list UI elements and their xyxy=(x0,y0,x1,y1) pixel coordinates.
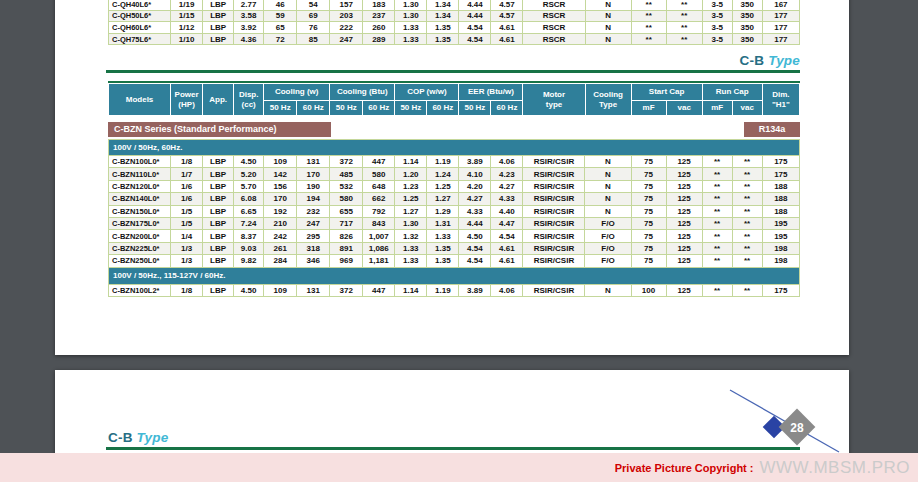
value-cell: 1/5 xyxy=(171,217,203,229)
value-cell: 142 xyxy=(264,168,297,180)
value-cell: 1.33 xyxy=(427,230,459,242)
col-mf: mF xyxy=(631,101,666,116)
value-cell: 75 xyxy=(631,180,666,192)
value-cell: N xyxy=(585,205,631,217)
value-cell: LBP xyxy=(203,205,234,217)
value-cell: 372 xyxy=(330,284,363,296)
value-cell: 1.33 xyxy=(395,33,427,45)
value-cell: 4.61 xyxy=(491,22,523,34)
value-cell: 1.30 xyxy=(395,0,427,10)
col-disp: Disp.(cc) xyxy=(234,84,264,116)
value-cell: ** xyxy=(702,242,732,254)
value-cell: 532 xyxy=(330,180,363,192)
col-dim: Dim."H1" xyxy=(762,84,799,116)
value-cell: 198 xyxy=(762,255,799,267)
value-cell: 175 xyxy=(762,284,799,296)
value-cell: 6.08 xyxy=(234,193,264,205)
col-60hz: 60 Hz xyxy=(491,101,523,116)
value-cell: 3-5 xyxy=(702,10,732,22)
value-cell: LBP xyxy=(203,10,234,22)
value-cell: N xyxy=(585,156,631,168)
value-cell: 125 xyxy=(666,242,702,254)
value-cell: 4.50 xyxy=(459,230,491,242)
col-start-cap: Start Cap xyxy=(631,84,702,101)
value-cell: 109 xyxy=(264,284,297,296)
value-cell: 3-5 xyxy=(702,22,732,34)
value-cell: 222 xyxy=(330,22,363,34)
value-cell: 4.44 xyxy=(459,217,491,229)
value-cell: N xyxy=(585,0,631,10)
value-cell: 177 xyxy=(762,10,799,22)
value-cell: N xyxy=(585,180,631,192)
value-cell: F/O xyxy=(585,217,631,229)
value-cell: 3-5 xyxy=(702,33,732,45)
value-cell: 1.31 xyxy=(427,217,459,229)
col-cop: COP (w/w) xyxy=(395,84,459,101)
value-cell: 75 xyxy=(631,255,666,267)
table-row: C-BZN140L0*1/6LBP6.081701945806621.251.2… xyxy=(109,193,800,205)
value-cell: 72 xyxy=(264,33,297,45)
value-cell: 346 xyxy=(297,255,330,267)
col-50hz: 50 Hz xyxy=(330,101,363,116)
value-cell: 5.70 xyxy=(234,180,264,192)
value-cell: ** xyxy=(732,217,762,229)
col-60hz: 60 Hz xyxy=(427,101,459,116)
model-cell: C-BZN100L2* xyxy=(109,284,171,296)
model-cell: C-QH60L6* xyxy=(109,22,171,34)
value-cell: LBP xyxy=(203,230,234,242)
col-vac: vac xyxy=(666,101,702,116)
value-cell: 3.89 xyxy=(459,156,491,168)
col-models: Models xyxy=(109,84,171,116)
document-viewer: C-QH40L6*1/19LBP2.7746541571831.301.344.… xyxy=(0,0,918,482)
value-cell: 1/3 xyxy=(171,255,203,267)
copyright-label: Private Picture Copyright : xyxy=(615,462,754,474)
col-mf: mF xyxy=(702,101,732,116)
value-cell: LBP xyxy=(203,22,234,34)
value-cell: 177 xyxy=(762,33,799,45)
value-cell: ** xyxy=(666,22,702,34)
value-cell: RSCR xyxy=(523,22,585,34)
value-cell: 6.65 xyxy=(234,205,264,217)
value-cell: 237 xyxy=(363,10,395,22)
value-cell: 1/19 xyxy=(171,0,203,10)
value-cell: RSCR xyxy=(523,33,585,45)
value-cell: 1/5 xyxy=(171,205,203,217)
value-cell: 580 xyxy=(363,168,395,180)
value-cell: 5.20 xyxy=(234,168,264,180)
value-cell: 4.54 xyxy=(459,242,491,254)
value-cell: LBP xyxy=(203,284,234,296)
value-cell: ** xyxy=(666,0,702,10)
table-row: C-QH50L6*1/15LBP3.5859692032371.301.344.… xyxy=(109,10,800,22)
value-cell: 188 xyxy=(762,180,799,192)
value-cell: 4.33 xyxy=(459,205,491,217)
value-cell: 59 xyxy=(264,10,297,22)
model-cell: C-BZN110L0* xyxy=(109,168,171,180)
value-cell: 190 xyxy=(297,180,330,192)
value-cell: 1.35 xyxy=(427,22,459,34)
table-row: C-QH40L6*1/19LBP2.7746541571831.301.344.… xyxy=(109,0,800,10)
value-cell: 175 xyxy=(762,168,799,180)
section-heading-type: Type xyxy=(137,430,169,445)
value-cell: ** xyxy=(732,180,762,192)
value-cell: 4.57 xyxy=(491,0,523,10)
col-power: Power(HP) xyxy=(171,84,203,116)
value-cell: ** xyxy=(702,255,732,267)
model-cell: C-QH75L6* xyxy=(109,33,171,45)
value-cell: 261 xyxy=(264,242,297,254)
value-cell: 76 xyxy=(297,22,330,34)
section-heading-top: C-BType xyxy=(740,53,800,68)
table-row: C-BZN100L0*1/8LBP4.501091313724471.141.1… xyxy=(109,156,800,168)
value-cell: 69 xyxy=(297,10,330,22)
value-cell: 662 xyxy=(363,193,395,205)
value-cell: 247 xyxy=(330,33,363,45)
value-cell: RSIR/CSIR xyxy=(523,156,585,168)
value-cell: 125 xyxy=(666,180,702,192)
value-cell: 75 xyxy=(631,193,666,205)
value-cell: 1.30 xyxy=(395,10,427,22)
value-cell: ** xyxy=(702,180,732,192)
value-cell: 8.37 xyxy=(234,230,264,242)
value-cell: 1/3 xyxy=(171,242,203,254)
value-cell: 125 xyxy=(666,156,702,168)
value-cell: 1/8 xyxy=(171,156,203,168)
model-cell: C-BZN150L0* xyxy=(109,205,171,217)
